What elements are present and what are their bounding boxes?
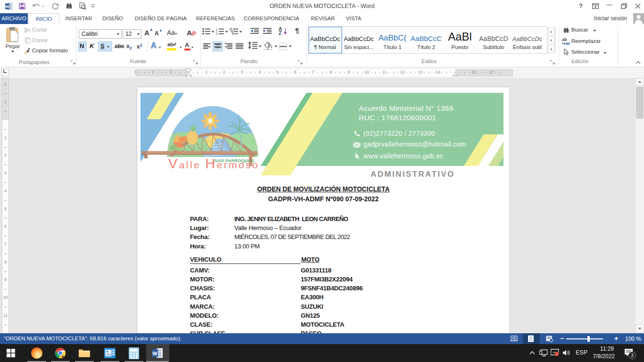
svg-text:W: W [152, 351, 157, 356]
svg-text:!: ! [556, 352, 558, 356]
svg-text:3: 3 [216, 33, 217, 35]
